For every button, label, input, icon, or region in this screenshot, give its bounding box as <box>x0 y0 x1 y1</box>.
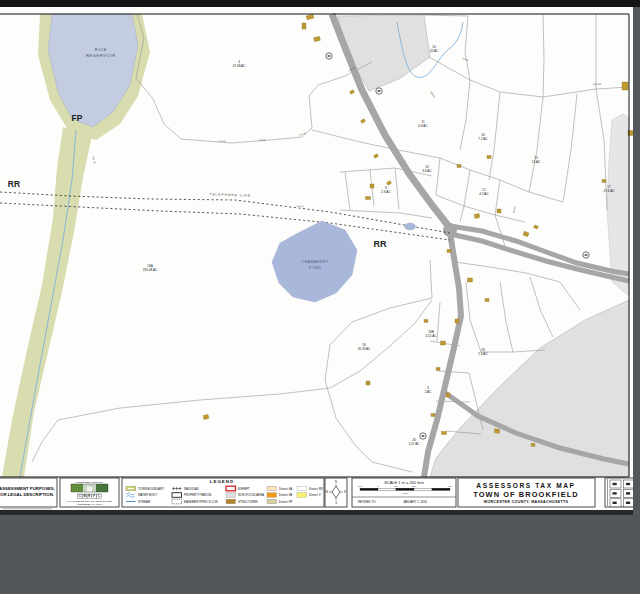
legend-swatch-district-fp <box>267 499 277 504</box>
legend-swatch-exempt <box>226 486 236 491</box>
revised-date: JANUARY 1, 2016 <box>403 500 427 504</box>
map-label: FP <box>72 113 83 123</box>
dimension-label: 214.16 <box>296 205 304 207</box>
cmrpc-letter: C <box>79 494 81 498</box>
legend-item-label: EXEMPT <box>238 487 250 491</box>
index-cell-glyph <box>626 483 630 485</box>
structure <box>436 368 440 371</box>
cmrpc-letter: M <box>83 494 85 498</box>
disclaimer-line1: ASSESSMENT PURPOSES, <box>0 486 55 491</box>
index-cell-glyph <box>626 492 630 494</box>
logo-stripe-right <box>96 484 108 492</box>
legend-item-label: STREAM <box>138 500 151 504</box>
dimension-label: 1064.99 <box>593 83 602 85</box>
structure <box>531 444 535 447</box>
legend-item-label: District FP <box>279 500 292 504</box>
map-label: CRANBERRY <box>301 260 328 264</box>
structure <box>424 320 428 323</box>
structure <box>366 381 370 385</box>
map-label: RESERVOIR <box>86 53 116 58</box>
scale-unit: Feet <box>402 492 407 495</box>
dimension-label: 553.98 <box>258 139 266 141</box>
structure <box>370 184 374 188</box>
survey-marker-glyph <box>585 254 588 255</box>
structure <box>441 341 446 345</box>
structure <box>474 214 480 219</box>
structure <box>468 278 473 282</box>
structure <box>497 209 501 213</box>
map-title-line2: TOWN OF BROOKFIELD <box>473 490 578 499</box>
legend-swatch-district-6a <box>267 486 277 491</box>
structure <box>457 165 461 168</box>
cmrpc-letter: P <box>93 494 95 498</box>
map-label: RR <box>8 179 20 189</box>
producer-line1: PRODUCED IN 2016 BY <box>76 481 104 484</box>
scale-bar-segment <box>396 488 414 490</box>
legend-swatch-structures <box>226 499 236 504</box>
index-cell-glyph <box>613 483 617 485</box>
index-cell-glyph <box>613 492 617 494</box>
legend-swatch-easement-priv-r-o-w- <box>172 499 182 504</box>
legend-item-label: TOWN BOUNDARY <box>138 487 164 491</box>
structure <box>302 23 306 29</box>
legend-swatch-property-parcel <box>172 493 182 498</box>
structure <box>455 319 459 323</box>
revised-label: REVISED TO: <box>358 500 376 504</box>
dimension-label: 370.80 <box>218 140 226 142</box>
compass-n: N <box>335 480 337 484</box>
compass-s: S <box>335 501 337 505</box>
legend-item-label: WATER BODY <box>138 493 157 497</box>
legend-item-label: District 6A <box>279 487 292 491</box>
microtext-line <box>2 508 52 509</box>
viewer-top-bar <box>0 0 640 7</box>
map-label: POND <box>309 266 322 270</box>
legend-title: LEGEND <box>210 479 234 484</box>
scale-bar-segment <box>432 488 450 490</box>
legend-item-label: STRUCTURES <box>238 500 258 504</box>
cmrpc-letter: R <box>88 494 90 498</box>
map-title-line3: WORCESTER COUNTY, MASSACHUSETTS <box>484 500 569 504</box>
legend-swatch-district-v <box>297 493 307 498</box>
structure <box>494 429 500 434</box>
map-canvas: 553.98370.80170.00428.051064.99400.05214… <box>0 0 640 594</box>
legend-item-label: PROPERTY PARCEL <box>184 493 212 497</box>
survey-marker-glyph <box>328 55 331 56</box>
index-cell-glyph <box>626 502 630 504</box>
cmrpc-logo <box>71 484 108 492</box>
cmrpc-letter: C <box>98 494 100 498</box>
map-viewer: 553.98370.80170.00428.051064.99400.05214… <box>0 0 640 594</box>
structure <box>602 180 606 183</box>
structure <box>446 393 450 397</box>
structure <box>203 415 209 420</box>
scale-bar-segment <box>414 488 432 490</box>
legend-swatch-district-6b <box>267 493 277 498</box>
logo-stripe-left <box>71 484 83 492</box>
road-junction <box>443 223 457 237</box>
page-bottom-shadow <box>0 510 633 515</box>
scale-bar-segment <box>360 488 378 490</box>
legend-item-label: District V <box>309 493 321 497</box>
structure <box>366 197 371 200</box>
survey-marker-glyph <box>422 435 425 436</box>
map-label: RR <box>374 239 387 249</box>
legend-item-label: RAILROAD <box>184 487 199 491</box>
scale-bar-segment <box>378 488 396 490</box>
structure <box>485 299 489 302</box>
legend-item-label: District RR <box>309 487 323 491</box>
scale-title: SCALE 1 in = 200 feet <box>384 480 425 485</box>
legend-item-label: EASEMENT/PRIV. R.O.W. <box>184 500 218 504</box>
structure <box>431 414 435 417</box>
legend-swatch-district-rr <box>297 486 307 491</box>
legend-item-label: District 6B <box>279 493 292 497</box>
small-pond <box>405 223 416 230</box>
structure <box>622 82 628 90</box>
map-label: RICE <box>95 47 107 52</box>
map-title-line1: ASSESSORS TAX MAP <box>476 482 575 489</box>
compass-e: E <box>344 490 346 494</box>
cmrpc-letter-boxes: CMRPC <box>78 494 102 498</box>
survey-marker-glyph <box>378 90 381 91</box>
info-strip: ASSESSMENT PURPOSES, OR LEGAL DESCRIPTIO… <box>0 478 640 509</box>
logo-building <box>87 487 92 493</box>
structure <box>447 250 451 253</box>
disclaimer-line2: OR LEGAL DESCRIPTION. <box>0 492 54 497</box>
